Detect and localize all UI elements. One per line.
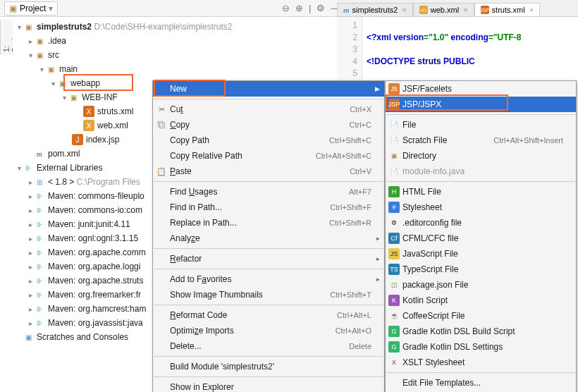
close-icon[interactable]: × bbox=[402, 6, 406, 14]
locate-icon[interactable]: ⊕ bbox=[295, 3, 303, 13]
menu-item-cut[interactable]: ✂CutCtrl+X bbox=[153, 102, 384, 117]
submenu-xslt[interactable]: XXSLT Stylesheet bbox=[386, 355, 576, 370]
library-icon: ⊪ bbox=[34, 219, 45, 230]
code-editor[interactable]: 1 2 3 4 5 <?xml version="1.0" encoding="… bbox=[337, 17, 578, 82]
close-icon[interactable]: × bbox=[463, 6, 467, 14]
menu-item-analyze[interactable]: Analyze▸ bbox=[153, 231, 384, 246]
folder-icon: ▣ bbox=[388, 150, 400, 161]
menu-item-find-usages[interactable]: Find UsagesAlt+F7 bbox=[153, 184, 384, 200]
xml-file-icon: JSP bbox=[481, 6, 489, 14]
menu-label: Delete... bbox=[170, 341, 202, 351]
menu-label: Cut bbox=[170, 104, 183, 114]
tree-label: Maven: junit:junit:4.11 bbox=[48, 219, 130, 229]
menu-item-find-in-path[interactable]: Find in Path...Ctrl+Shift+F bbox=[153, 200, 384, 215]
tree-root[interactable]: ▾▣ simplestruts2 D:\Code\SHH-example\sim… bbox=[13, 20, 337, 34]
menu-item-copy-rel[interactable]: Copy Relative PathCtrl+Alt+Shift+C bbox=[153, 148, 384, 164]
submenu-gradle-settings[interactable]: GGradle Kotlin DSL Settings bbox=[386, 339, 576, 355]
menu-label: Copy Path bbox=[170, 135, 209, 145]
tree-label: src bbox=[48, 50, 59, 60]
submenu-ts[interactable]: TSTypeScript File bbox=[386, 262, 576, 277]
close-icon[interactable]: × bbox=[529, 6, 534, 14]
menu-item-thumbnails[interactable]: Show Image ThumbnailsCtrl+Shift+T bbox=[153, 287, 384, 302]
tool-header-actions: ⊖ ⊕ | ⚙ — bbox=[282, 3, 340, 13]
new-submenu: J5JSF/Facelets JSPJSP/JSPX 📄File 📄Scratc… bbox=[385, 80, 577, 392]
menu-label: New bbox=[170, 84, 187, 94]
menu-item-copy[interactable]: ⿻CopyCtrl+C bbox=[153, 117, 384, 133]
package-icon: ◫ bbox=[388, 279, 400, 290]
folder-icon: ▣ bbox=[68, 92, 79, 103]
menu-item-build[interactable]: Build Module 'simplestruts2' bbox=[153, 359, 384, 374]
menu-item-favorites[interactable]: Add to Favorites▸ bbox=[153, 271, 384, 287]
line-number: 2 bbox=[337, 32, 357, 44]
library-icon: ⊪ bbox=[34, 261, 45, 272]
html-icon: H bbox=[388, 186, 400, 197]
gradle-icon: G bbox=[388, 326, 400, 337]
maven-file-icon: m bbox=[343, 6, 350, 14]
menu-label: Replace in Path... bbox=[170, 218, 237, 228]
xml-file-icon: </> bbox=[419, 6, 428, 14]
shortcut: Ctrl+C bbox=[350, 121, 371, 129]
menu-label: File bbox=[402, 120, 416, 130]
submenu-directory[interactable]: ▣Directory bbox=[386, 148, 576, 164]
context-menu: New▶ ✂CutCtrl+X ⿻CopyCtrl+C Copy PathCtr… bbox=[152, 80, 385, 392]
menu-item-optimize[interactable]: Optimize ImportsCtrl+Alt+O bbox=[153, 323, 384, 338]
submenu-cfml[interactable]: CfCFML/CFC file bbox=[386, 231, 576, 246]
tree-label: webapp bbox=[70, 78, 100, 88]
submenu-jsf[interactable]: J5JSF/Facelets bbox=[386, 81, 576, 97]
submenu-js[interactable]: JSJavaScript File bbox=[386, 246, 576, 262]
code-content: <?xml version="1.0" encoding="UTF-8 <!DO… bbox=[362, 17, 522, 82]
javascript-icon: JS bbox=[388, 248, 400, 259]
menu-item-delete[interactable]: Delete...Delete bbox=[153, 338, 384, 354]
tree-node-src[interactable]: ▾▣src bbox=[13, 48, 337, 62]
library-icon: ⊪ bbox=[34, 289, 45, 300]
menu-item-copy-path[interactable]: Copy PathCtrl+Shift+C bbox=[153, 133, 384, 148]
shortcut: Ctrl+Shift+R bbox=[329, 219, 371, 227]
library-icon: ⊪ bbox=[34, 190, 45, 202]
editor-tab[interactable]: msimplestruts2× bbox=[337, 3, 413, 16]
editor-tab[interactable]: JSPstruts.xml× bbox=[474, 3, 541, 16]
submenu-module-info[interactable]: 📄module-info.java bbox=[386, 164, 576, 179]
line-number: 1 bbox=[337, 20, 357, 32]
submenu-html[interactable]: HHTML File bbox=[386, 184, 576, 200]
menu-item-new[interactable]: New▶ bbox=[153, 81, 384, 97]
tree-label: main bbox=[59, 64, 78, 74]
submenu-editorconfig[interactable]: ⚙.editorconfig file bbox=[386, 215, 576, 231]
project-view-selector[interactable]: ▣ Project ▾ bbox=[4, 1, 58, 16]
submenu-scratch[interactable]: 📄Scratch FileCtrl+Alt+Shift+Insert bbox=[386, 133, 576, 148]
gear-icon[interactable]: ⚙ bbox=[316, 3, 325, 13]
menu-item-replace-in-path[interactable]: Replace in Path...Ctrl+Shift+R bbox=[153, 215, 384, 231]
menu-item-reformat[interactable]: Reformat CodeCtrl+Alt+L bbox=[153, 307, 384, 323]
menu-label: Find Usages bbox=[170, 187, 217, 197]
editor-tab[interactable]: </>web.xml× bbox=[413, 3, 474, 16]
library-icon: ⊪ bbox=[34, 275, 45, 286]
tree-label: struts.xml bbox=[97, 106, 133, 116]
tree-node-idea[interactable]: ▸▣.idea bbox=[13, 34, 337, 48]
css-icon: # bbox=[388, 202, 400, 213]
menu-separator bbox=[386, 114, 575, 115]
menu-label: TypeScript File bbox=[402, 264, 458, 274]
submenu-gradle-build[interactable]: GGradle Kotlin DSL Build Script bbox=[386, 324, 576, 339]
tree-label: Scratches and Consoles bbox=[37, 332, 128, 342]
menu-label: HTML File bbox=[402, 187, 441, 197]
line-number: 3 bbox=[337, 44, 357, 56]
submenu-coffee[interactable]: ☕CoffeeScript File bbox=[386, 308, 576, 324]
menu-item-explorer[interactable]: Show in Explorer bbox=[153, 379, 384, 392]
menu-item-refactor[interactable]: Refactor▸ bbox=[153, 251, 384, 267]
menu-separator bbox=[154, 356, 383, 357]
submenu-kotlin[interactable]: KKotlin Script bbox=[386, 293, 576, 308]
project-icon: ▣ bbox=[9, 4, 17, 13]
submenu-package-json[interactable]: ◫package.json File bbox=[386, 277, 576, 293]
collapse-icon[interactable]: ⊖ bbox=[282, 3, 290, 13]
submenu-jsp[interactable]: JSPJSP/JSPX bbox=[386, 97, 576, 112]
submenu-edit-templates[interactable]: Edit File Templates... bbox=[386, 375, 576, 391]
folder-icon: ▣ bbox=[34, 35, 45, 47]
menu-separator bbox=[154, 305, 383, 305]
menu-item-paste[interactable]: 📋PasteCtrl+V bbox=[153, 164, 384, 179]
submenu-css[interactable]: #Stylesheet bbox=[386, 200, 576, 215]
menu-label: JSF/Facelets bbox=[402, 84, 452, 94]
tree-label: Maven: ognl:ognl:3.1.15 bbox=[48, 233, 138, 243]
shortcut: Ctrl+V bbox=[350, 167, 371, 176]
menu-label: Stylesheet bbox=[402, 202, 442, 212]
tree-node-main[interactable]: ▾▣main bbox=[13, 62, 337, 76]
submenu-file[interactable]: 📄File bbox=[386, 117, 576, 133]
